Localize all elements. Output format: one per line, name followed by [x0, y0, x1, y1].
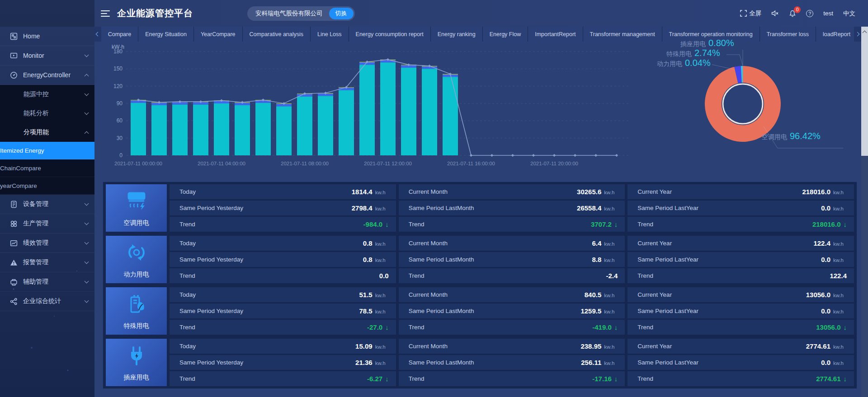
svg-text:30: 30 [117, 135, 123, 141]
cell-unit: kw.h [833, 257, 847, 263]
controller-icon [10, 71, 18, 79]
svg-text:2021-07-11 08:00:00: 2021-07-11 08:00:00 [281, 161, 329, 166]
cell-label: Current Year [637, 188, 672, 195]
table-cell-special-trend: Trend-27.0↓ [170, 320, 396, 335]
sidebar-item-device-management[interactable]: 设备管理 [0, 195, 94, 214]
table-cell-power-trend: Trend-2.4 [399, 268, 625, 283]
company-name: 安科瑞电气股份有限公司 [255, 9, 323, 18]
cell-unit: kw.h [375, 241, 389, 247]
cell-value: 238.95 [580, 342, 601, 350]
sidebar-item-production-management[interactable]: 生产管理 [0, 214, 94, 234]
donut-label-0: 空调用电96.42% [762, 131, 821, 141]
cell-label: Trend [179, 324, 195, 331]
sidebar-item-itemized-energy[interactable]: Itemized Energy [0, 142, 94, 159]
cell-value: 2774.61 [816, 375, 840, 383]
tab-label: Transformer operation monitoring [669, 31, 753, 37]
trend-down-arrow-icon: ↓ [843, 220, 847, 228]
trend-down-arrow-icon: ↓ [614, 220, 618, 228]
sidebar-item-energy-consumption-analysis[interactable]: 能耗分析 [0, 104, 94, 123]
tab-label: Transformer loss [767, 31, 809, 37]
menu-toggle-icon[interactable] [101, 9, 110, 19]
energy-pie-chart: 插座用电0.80%特殊用电2.74%动力用电0.04%空调用电96.42% [641, 42, 857, 180]
username[interactable]: test [823, 10, 833, 17]
tab-energy-situation[interactable]: Energy Situation [138, 27, 194, 42]
fullscreen-button[interactable]: 全屏 [740, 9, 761, 18]
tab-transformer-management[interactable]: Transformer management [583, 27, 662, 42]
sidebar-item-label: ChainCompare [0, 165, 88, 172]
sidebar-item-energy-controller[interactable]: EnergyController [0, 65, 94, 85]
cell-value: 15.09 [355, 342, 373, 350]
cell-label: Same Period Yesterday [179, 205, 243, 211]
sidebar-item-energy-central-control[interactable]: 能源中控 [0, 85, 94, 104]
itemized-energy-table: 空调用电Today1814.4kw.hCurrent Month30265.6k… [103, 182, 857, 389]
cell-value: -6.27 [367, 375, 382, 383]
tab-comparative-analysis[interactable]: Comparative analysis [243, 27, 311, 42]
cell-label: Same Period LastYear [637, 308, 698, 314]
cell-unit: kw.h [833, 241, 847, 247]
cell-value: 2774.61 [806, 342, 830, 350]
sidebar-item-label: yearCompare [0, 182, 88, 189]
svg-text:2021-07-11 00:00:00: 2021-07-11 00:00:00 [114, 161, 162, 166]
tab-label: Line Loss [317, 31, 342, 37]
tab-loadreport[interactable]: loadReport [816, 27, 854, 42]
scrollbar-thumb[interactable] [861, 37, 868, 156]
chevron-down-icon [85, 221, 89, 225]
notifications-button[interactable]: 0 [789, 10, 796, 17]
tab-yearcompare[interactable]: YearCompare [194, 27, 243, 42]
tab-line-loss[interactable]: Line Loss [311, 27, 349, 42]
cell-unit: kw.h [604, 241, 618, 247]
trend-down-arrow-icon: ↓ [385, 220, 389, 228]
cell-label: Same Period LastYear [637, 205, 698, 211]
donut-slice-percent: 2.74% [694, 48, 720, 58]
sidebar-item-itemized-energy-group[interactable]: 分项用能 [0, 123, 94, 142]
sidebar-item-label: EnergyController [23, 71, 85, 79]
switch-company-button[interactable]: 切换 [329, 8, 354, 19]
tab-compare[interactable]: Compare [101, 27, 138, 42]
speaker-muted-icon [771, 10, 779, 17]
sidebar-item-alarm-management[interactable]: 报警管理 [0, 253, 94, 272]
tab-transformer-loss[interactable]: Transformer loss [760, 27, 816, 42]
table-cell-special-today: Today51.5kw.h [170, 287, 396, 302]
table-cell-socket-today: Today15.09kw.h [170, 339, 396, 354]
cell-value: 0.0 [821, 307, 830, 315]
donut-slice-percent: 0.80% [708, 38, 734, 48]
cell-value: 2798.4 [352, 204, 373, 212]
tab-energy-consumption-report[interactable]: Energy consumption report [349, 27, 431, 42]
cell-unit: kw.h [833, 344, 847, 350]
cell-value: -17.16 [592, 375, 612, 383]
tab-energy-ranking[interactable]: Energy ranking [431, 27, 483, 42]
table-cell-special-current-year: Current Year13056.0kw.h [627, 287, 854, 302]
cell-label: Trend [637, 375, 653, 382]
sidebar-item-performance-management[interactable]: 绩效管理 [0, 234, 94, 253]
sidebar-item-monitor[interactable]: Monitor [0, 46, 94, 65]
sidebar-item-home[interactable]: Home [0, 27, 94, 46]
cell-value: 13056.0 [806, 291, 830, 299]
sidebar-item-enterprise-statistics[interactable]: 企业综合统计 [0, 292, 94, 311]
mute-button[interactable] [771, 10, 779, 17]
table-cell-power-trend: Trend0.0 [170, 268, 396, 283]
tab-scroll-right-icon[interactable] [854, 27, 861, 42]
sidebar-item-year-compare[interactable]: yearCompare [0, 177, 94, 195]
cell-value: 26558.4 [577, 204, 601, 212]
company-selector: 安科瑞电气股份有限公司 切换 [247, 6, 355, 21]
help-button[interactable]: ? [806, 10, 813, 17]
tab-energy-flow[interactable]: Energy Flow [483, 27, 528, 42]
cell-label: Current Month [409, 240, 448, 247]
cell-label: Same Period LastYear [637, 359, 698, 366]
donut-slice-name: 特殊用电 [666, 50, 692, 57]
sidebar-item-chain-compare[interactable]: ChainCompare [0, 159, 94, 177]
chevron-down-icon [85, 240, 89, 245]
tab-importantreport[interactable]: ImportantReport [528, 27, 583, 42]
svg-text:2021-07-11 04:00:00: 2021-07-11 04:00:00 [198, 161, 245, 166]
energy-bar-chart: kW·h03060901201501802021-07-11 00:00:002… [103, 42, 641, 177]
tab-scroll-left-icon[interactable] [94, 27, 101, 42]
scrollbar-up-button[interactable] [861, 27, 868, 37]
cell-value: 0.0 [821, 204, 830, 212]
svg-text:120: 120 [113, 83, 123, 89]
sidebar-item-auxiliary-management[interactable]: 辅助管理 [0, 272, 94, 292]
cell-value: 256.11 [581, 359, 601, 366]
trend-down-arrow-icon: ↓ [385, 323, 389, 331]
tab-label: Energy consumption report [356, 31, 424, 37]
svg-text:0: 0 [119, 152, 123, 159]
language-toggle[interactable]: 中文 [843, 9, 855, 18]
